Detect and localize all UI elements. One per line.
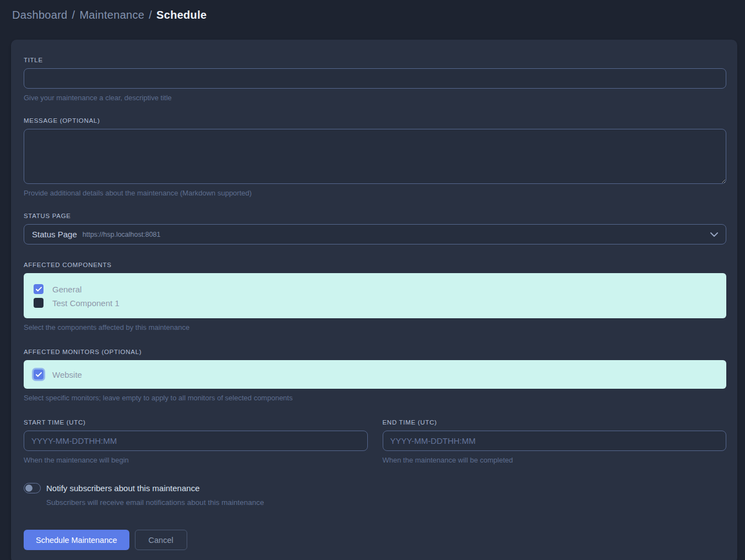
start-time-input[interactable] — [24, 431, 368, 451]
cancel-button[interactable]: Cancel — [135, 530, 187, 550]
affected-monitors-list: Website — [24, 360, 726, 389]
chevron-down-icon — [710, 232, 718, 237]
end-time-label: END TIME (UTC) — [383, 419, 727, 426]
message-helper-text: Provide additional details about the mai… — [24, 189, 726, 197]
start-time-helper-text: When the maintenance will begin — [24, 456, 368, 464]
schedule-maintenance-button[interactable]: Schedule Maintenance — [24, 530, 129, 550]
end-time-helper-text: When the maintenance will be completed — [383, 456, 727, 464]
component-option-label: Test Component 1 — [52, 298, 119, 308]
breadcrumb: Dashboard/Maintenance/Schedule — [12, 7, 733, 23]
component-option-general[interactable]: General — [34, 282, 716, 296]
title-helper-text: Give your maintenance a clear, descripti… — [24, 94, 726, 102]
breadcrumb-schedule: Schedule — [156, 9, 206, 21]
status-page-selected-url: https://hsp.localhost:8081 — [83, 231, 161, 238]
breadcrumb-separator: / — [149, 9, 152, 21]
breadcrumb-dashboard[interactable]: Dashboard — [12, 9, 68, 21]
check-icon — [36, 287, 42, 292]
component-option-test-component-1[interactable]: Test Component 1 — [34, 296, 716, 309]
monitor-option-website[interactable]: Website — [34, 368, 716, 381]
checkbox-website[interactable] — [34, 369, 43, 379]
form-actions: Schedule Maintenance Cancel — [24, 530, 726, 550]
top-bar: Dashboard/Maintenance/Schedule — [0, 0, 745, 23]
title-section: TITLE Give your maintenance a clear, des… — [24, 57, 726, 102]
start-time-field: START TIME (UTC) When the maintenance wi… — [24, 419, 368, 464]
notify-subscribers-helper-text: Subscribers will receive email notificat… — [46, 498, 726, 507]
check-icon — [36, 372, 42, 377]
breadcrumb-separator: / — [72, 9, 75, 21]
affected-monitors-label: AFFECTED MONITORS (OPTIONAL) — [24, 349, 726, 355]
message-section: MESSAGE (OPTIONAL) Provide additional de… — [24, 117, 726, 197]
checkbox-test-component-1[interactable] — [34, 298, 43, 308]
affected-components-helper-text: Select the components affected by this m… — [24, 323, 726, 331]
title-label: TITLE — [24, 57, 726, 63]
status-page-select[interactable]: Status Page https://hsp.localhost:8081 — [24, 224, 726, 244]
notify-subscribers-toggle[interactable] — [24, 483, 41, 493]
monitor-option-label: Website — [52, 370, 82, 379]
affected-components-section: AFFECTED COMPONENTS General Test Compone… — [24, 262, 726, 331]
affected-monitors-section: AFFECTED MONITORS (OPTIONAL) Website Sel… — [24, 349, 726, 402]
title-input[interactable] — [24, 68, 726, 89]
affected-monitors-helper-text: Select specific monitors; leave empty to… — [24, 394, 726, 402]
status-page-label: STATUS PAGE — [24, 213, 726, 219]
status-page-selected-name: Status Page — [32, 230, 77, 239]
message-textarea[interactable] — [24, 129, 726, 184]
toggle-knob — [25, 485, 32, 492]
message-label: MESSAGE (OPTIONAL) — [24, 117, 726, 124]
affected-components-label: AFFECTED COMPONENTS — [24, 262, 726, 268]
schedule-maintenance-form-panel: TITLE Give your maintenance a clear, des… — [11, 40, 737, 560]
affected-components-list: General Test Component 1 — [24, 273, 726, 318]
end-time-input[interactable] — [383, 431, 727, 451]
notify-subscribers-label[interactable]: Notify subscribers about this maintenanc… — [46, 483, 199, 493]
end-time-field: END TIME (UTC) When the maintenance will… — [383, 419, 727, 464]
checkbox-general[interactable] — [34, 284, 43, 294]
time-range-section: START TIME (UTC) When the maintenance wi… — [24, 419, 726, 464]
notify-section: Notify subscribers about this maintenanc… — [24, 483, 726, 507]
breadcrumb-maintenance[interactable]: Maintenance — [79, 9, 144, 21]
status-page-section: STATUS PAGE Status Page https://hsp.loca… — [24, 213, 726, 244]
component-option-label: General — [52, 285, 81, 294]
start-time-label: START TIME (UTC) — [24, 419, 368, 426]
